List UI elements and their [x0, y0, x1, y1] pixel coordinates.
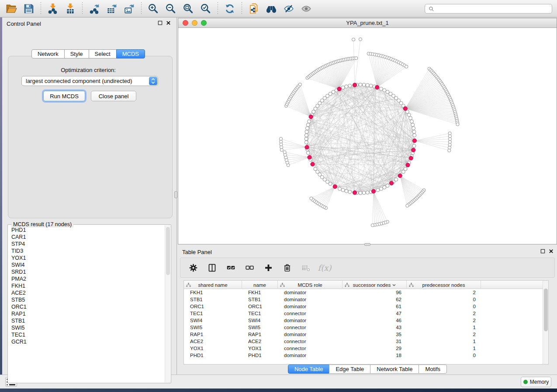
graph-node[interactable]	[338, 187, 342, 191]
graph-hub-node[interactable]	[412, 148, 415, 152]
vertical-splitter-handle[interactable]	[174, 191, 177, 198]
table-cell[interactable]: dominator	[278, 331, 343, 338]
graph-node[interactable]	[305, 127, 309, 130]
graph-node[interactable]	[410, 120, 413, 123]
table-cell[interactable]: 31	[343, 338, 407, 345]
table-cell[interactable]: ACE2	[184, 338, 242, 345]
table-row[interactable]: SWI5SWI5connector431	[184, 324, 548, 331]
graph-node[interactable]	[401, 170, 405, 173]
import-table-button[interactable]	[62, 1, 79, 16]
graph-node[interactable]	[366, 191, 369, 194]
graph-hub-node[interactable]	[398, 174, 402, 178]
table-cell[interactable]: ORC1	[242, 303, 278, 310]
graph-leaf-node[interactable]	[371, 224, 374, 227]
criterion-dropdown[interactable]: largest connected component (undirected)	[21, 76, 158, 86]
graph-node[interactable]	[369, 84, 373, 87]
graph-leaf-node[interactable]	[355, 57, 358, 60]
mcds-result-item[interactable]: TEC1	[8, 331, 165, 338]
save-session-button[interactable]	[20, 1, 38, 16]
table-cell[interactable]: connector	[278, 324, 343, 331]
graph-node[interactable]	[409, 117, 412, 120]
table-row[interactable]: RAP1RAP1dominator352	[184, 331, 548, 338]
graph-node[interactable]	[308, 120, 311, 123]
graph-node[interactable]	[362, 191, 366, 195]
table-row[interactable]: TEC1TEC1connector472	[184, 310, 548, 317]
graph-node[interactable]	[304, 137, 308, 141]
table-cell[interactable]: dominator	[278, 317, 343, 324]
graph-node[interactable]	[379, 187, 383, 191]
graph-hub-node[interactable]	[309, 115, 313, 119]
graph-hub-node[interactable]	[375, 85, 379, 89]
node-table-scrollbar[interactable]	[543, 281, 548, 364]
mcds-result-item[interactable]: RAP1	[8, 310, 165, 317]
graph-node[interactable]	[362, 83, 366, 86]
mcds-result-item[interactable]: SRD1	[8, 268, 165, 275]
export-network-button[interactable]	[86, 1, 103, 16]
table-cell[interactable]: dominator	[278, 289, 343, 296]
float-panel-icon[interactable]	[158, 21, 163, 25]
open-session-button[interactable]	[3, 1, 20, 16]
mcds-result-item[interactable]: CAR1	[8, 234, 165, 241]
mcds-result-item[interactable]: PHD1	[8, 227, 165, 234]
table-cell[interactable]: connector	[278, 338, 343, 345]
graph-node[interactable]	[304, 134, 308, 137]
first-neighbors-button[interactable]	[263, 1, 280, 16]
graph-leaf-node[interactable]	[352, 38, 355, 41]
graph-node[interactable]	[412, 130, 416, 134]
graph-leaf-node[interactable]	[406, 204, 409, 207]
graph-node[interactable]	[341, 86, 345, 89]
graph-leaf-node[interactable]	[405, 65, 408, 68]
graph-hub-node[interactable]	[412, 139, 416, 143]
mcds-result-item[interactable]: TID3	[8, 248, 165, 254]
table-cell[interactable]: 1	[407, 338, 481, 345]
graph-node[interactable]	[314, 167, 317, 171]
export-image-button[interactable]	[121, 1, 138, 16]
graph-leaf-node[interactable]	[283, 151, 286, 154]
graph-leaf-node[interactable]	[359, 38, 362, 41]
graph-node[interactable]	[412, 127, 415, 130]
graph-node[interactable]	[383, 186, 386, 189]
graph-hub-node[interactable]	[305, 145, 309, 149]
column-header-name[interactable]: name	[242, 281, 278, 289]
graph-hub-node[interactable]	[333, 185, 337, 189]
table-cell[interactable]: STB1	[184, 296, 242, 303]
mcds-result-item[interactable]: ORC1	[8, 303, 165, 310]
graph-node[interactable]	[366, 83, 369, 87]
table-row[interactable]: FKH1FKH1dominator962	[184, 289, 548, 296]
graph-hub-node[interactable]	[337, 87, 341, 91]
mcds-result-item[interactable]: SWI5	[8, 324, 165, 331]
graph-node[interactable]	[348, 190, 352, 194]
mcds-result-item[interactable]: SWI4	[8, 261, 165, 268]
column-layout-button[interactable]	[205, 261, 218, 275]
mcds-result-scrollbar[interactable]	[165, 225, 170, 382]
column-header-successor-nodes[interactable]: successor nodes	[343, 281, 407, 289]
network-canvas[interactable]	[178, 28, 557, 244]
search-field[interactable]	[425, 4, 552, 14]
add-column-button[interactable]	[262, 261, 275, 275]
table-cell[interactable]: 18	[343, 352, 407, 359]
mcds-result-item[interactable]: STB5	[8, 296, 165, 303]
table-row[interactable]: ORC1ORC1dominator610	[184, 303, 548, 310]
table-cell[interactable]: YOX1	[242, 345, 278, 352]
export-table-button[interactable]	[103, 1, 121, 16]
mcds-result-item[interactable]: ACE2	[8, 289, 165, 296]
table-cell[interactable]: dominator	[278, 303, 343, 310]
select-all-button[interactable]	[224, 261, 237, 275]
zoom-selected-button[interactable]	[197, 1, 214, 16]
table-row[interactable]: SWI4SWI4dominator462	[184, 317, 548, 324]
graph-node[interactable]	[407, 113, 411, 117]
refresh-layout-button[interactable]	[221, 1, 239, 16]
search-input[interactable]	[436, 5, 552, 13]
tab-edge-table[interactable]: Edge Table	[329, 364, 370, 374]
table-settings-button[interactable]	[187, 261, 200, 275]
table-cell[interactable]: 46	[343, 317, 407, 324]
table-cell[interactable]: 35	[343, 331, 407, 338]
tab-select[interactable]: Select	[89, 49, 117, 58]
mcds-result-item[interactable]: PMA2	[8, 275, 165, 282]
table-cell[interactable]: 2	[407, 289, 481, 296]
graph-node[interactable]	[304, 141, 308, 144]
table-cell[interactable]: 61	[343, 303, 407, 310]
table-cell[interactable]: 0	[407, 352, 481, 359]
tab-network[interactable]: Network	[31, 49, 65, 58]
graph-hub-node[interactable]	[371, 189, 375, 193]
